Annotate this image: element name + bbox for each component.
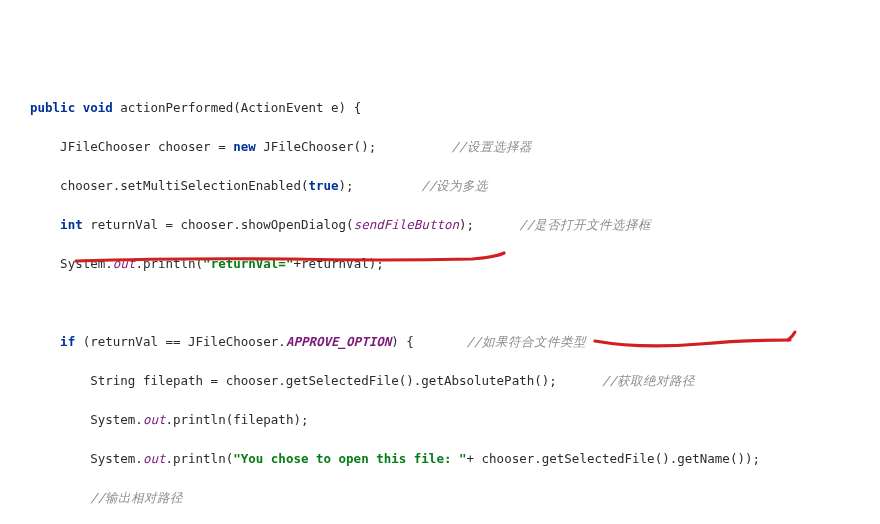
comment: //获取绝对路径	[602, 373, 695, 388]
field: sendFileButton	[354, 217, 459, 232]
field: out	[143, 451, 166, 466]
text: (returnVal == JFileChooser.	[75, 334, 286, 349]
comment: //设为多选	[421, 178, 488, 193]
keyword: int	[30, 217, 83, 232]
field: out	[113, 256, 136, 271]
field: out	[143, 412, 166, 427]
method-name: actionPerformed	[120, 100, 233, 115]
text: .println(	[165, 451, 233, 466]
text: System.	[30, 451, 143, 466]
constant: APPROVE_OPTION	[286, 334, 391, 349]
text: );	[459, 217, 519, 232]
code-line: if (returnVal == JFileChooser.APPROVE_OP…	[30, 332, 880, 352]
keyword: new	[233, 139, 256, 154]
keyword: public	[30, 100, 75, 115]
comment: //设置选择器	[451, 139, 531, 154]
code-line: System.out.println("returnVal="+returnVa…	[30, 254, 880, 274]
code-line: System.out.println("You chose to open th…	[30, 449, 880, 469]
keyword: if	[30, 334, 75, 349]
code-line: JFileChooser chooser = new JFileChooser(…	[30, 137, 880, 157]
text: .println(	[135, 256, 203, 271]
string: "returnVal="	[203, 256, 293, 271]
text: ) {	[391, 334, 466, 349]
text: returnVal = chooser.showOpenDialog(	[83, 217, 354, 232]
comment: //是否打开文件选择框	[519, 217, 651, 232]
text: + chooser.getSelectedFile().getName());	[467, 451, 761, 466]
string: "You chose to open this file: "	[233, 451, 466, 466]
code-line	[30, 293, 880, 313]
keyword: true	[308, 178, 338, 193]
code-line: String filepath = chooser.getSelectedFil…	[30, 371, 880, 391]
text: System.	[30, 412, 143, 427]
text: (ActionEvent e) {	[233, 100, 361, 115]
code-line: //输出相对路径	[30, 488, 880, 508]
code-editor: public void actionPerformed(ActionEvent …	[0, 78, 880, 524]
text: System.	[30, 256, 113, 271]
code-line: chooser.setMultiSelectionEnabled(true); …	[30, 176, 880, 196]
text: JFileChooser();	[256, 139, 452, 154]
comment: //如果符合文件类型	[467, 334, 586, 349]
text: chooser.setMultiSelectionEnabled(	[30, 178, 308, 193]
code-line: int returnVal = chooser.showOpenDialog(s…	[30, 215, 880, 235]
code-line: System.out.println(filepath);	[30, 410, 880, 430]
keyword: void	[83, 100, 113, 115]
text: +returnVal);	[293, 256, 383, 271]
text: );	[339, 178, 422, 193]
comment: //输出相对路径	[30, 490, 183, 505]
code-line: public void actionPerformed(ActionEvent …	[30, 98, 880, 118]
text	[30, 295, 38, 310]
text: String filepath = chooser.getSelectedFil…	[30, 373, 602, 388]
text: .println(filepath);	[165, 412, 308, 427]
text: JFileChooser chooser =	[30, 139, 233, 154]
